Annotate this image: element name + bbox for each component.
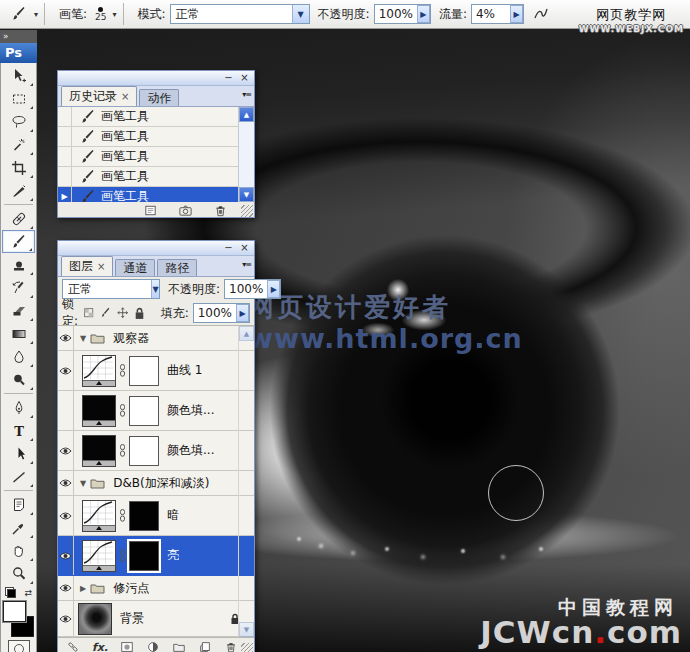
close-icon[interactable]: × — [238, 243, 251, 254]
layer-mask-thumbnail[interactable] — [129, 396, 159, 426]
current-tool-icon[interactable] — [6, 6, 32, 22]
background-thumbnail[interactable] — [78, 603, 112, 635]
new-document-from-state-icon[interactable] — [143, 203, 158, 218]
blend-mode-select[interactable]: 正常 ▼ — [170, 4, 310, 24]
tool-lasso[interactable] — [2, 110, 35, 133]
slider-arrow-icon[interactable]: ▶ — [236, 304, 249, 322]
layer-row-颜色填...[interactable]: 颜色填... — [58, 391, 254, 431]
layers-titlebar[interactable]: − × — [58, 241, 254, 256]
visibility-toggle[interactable] — [58, 431, 74, 470]
tool-line[interactable] — [2, 465, 35, 488]
tool-magic-wand[interactable] — [2, 133, 35, 156]
close-icon[interactable]: × — [238, 73, 251, 84]
tool-zoom[interactable] — [2, 562, 35, 585]
delete-layer-icon[interactable] — [224, 640, 238, 652]
resize-grip[interactable] — [241, 205, 253, 217]
history-state-row[interactable]: 画笔工具 — [58, 127, 254, 147]
history-source-cell[interactable] — [58, 127, 72, 146]
minimize-icon[interactable]: − — [222, 73, 235, 84]
tool-history-brush[interactable] — [2, 276, 35, 299]
history-state-row[interactable]: 画笔工具 — [58, 107, 254, 127]
curves-thumbnail[interactable] — [82, 540, 116, 572]
foreground-color-swatch[interactable] — [3, 601, 26, 622]
layer-mask-thumbnail[interactable] — [129, 541, 159, 571]
panel-menu-icon[interactable]: ▾≡ — [242, 90, 251, 99]
curves-thumbnail[interactable] — [82, 500, 116, 532]
tool-eraser[interactable] — [2, 299, 35, 322]
tool-preset-dropdown-icon[interactable]: ▾ — [34, 10, 38, 19]
tool-blur[interactable] — [2, 345, 35, 368]
layer-row-观察器[interactable]: ▼观察器 — [58, 326, 254, 351]
visibility-toggle[interactable] — [58, 601, 74, 636]
tool-notes[interactable] — [2, 493, 35, 516]
tool-hand[interactable] — [2, 539, 35, 562]
layer-row-曲线 1[interactable]: 曲线 1 — [58, 351, 254, 391]
layer-mask-thumbnail[interactable] — [129, 436, 159, 466]
tool-slice[interactable] — [2, 179, 35, 202]
resize-grip[interactable] — [241, 643, 253, 652]
airbrush-toggle[interactable] — [532, 6, 550, 22]
lock-all-icon[interactable] — [134, 307, 145, 320]
brush-dropdown-icon[interactable]: ▾ — [113, 10, 117, 19]
tab-close-icon[interactable]: × — [97, 261, 105, 272]
slider-arrow-icon[interactable]: ▶ — [267, 280, 280, 298]
history-source-cell[interactable] — [58, 147, 72, 166]
tool-type[interactable]: T — [2, 419, 35, 442]
tab-close-icon[interactable]: × — [121, 91, 129, 102]
tool-healing-brush[interactable] — [2, 207, 35, 230]
scroll-down-icon[interactable]: ▼ — [239, 187, 254, 202]
history-source-cell[interactable]: ▶ — [58, 187, 72, 202]
tool-pen[interactable] — [2, 396, 35, 419]
visibility-toggle[interactable] — [58, 536, 74, 575]
tool-path-select[interactable] — [2, 442, 35, 465]
visibility-toggle[interactable] — [58, 326, 74, 350]
quick-mask-button[interactable] — [8, 640, 30, 652]
layer-row-修污点[interactable]: ▶修污点 — [58, 576, 254, 601]
lock-pixels-icon[interactable] — [100, 307, 113, 320]
opacity-input[interactable]: 100% ▶ — [374, 4, 431, 24]
layer-mask-thumbnail[interactable] — [129, 501, 159, 531]
minimize-icon[interactable]: − — [222, 243, 235, 254]
fill-thumbnail[interactable] — [82, 395, 116, 427]
tool-dodge[interactable] — [2, 368, 35, 391]
history-scrollbar[interactable]: ▲ ▼ — [238, 107, 254, 202]
visibility-toggle[interactable] — [58, 351, 74, 390]
tool-clone-stamp[interactable] — [2, 253, 35, 276]
scroll-up-icon[interactable]: ▲ — [239, 107, 254, 122]
history-tab-历史记录[interactable]: 历史记录× — [61, 86, 137, 106]
layer-row-颜色填...[interactable]: 颜色填... — [58, 431, 254, 471]
expand-group-icon[interactable]: ▶ — [80, 584, 86, 593]
visibility-toggle[interactable] — [58, 576, 74, 600]
layer-fill-input[interactable]: 100% ▶ — [193, 303, 250, 323]
lock-position-icon[interactable] — [117, 307, 130, 320]
collapse-group-icon[interactable]: ▼ — [80, 479, 86, 488]
history-state-row[interactable]: 画笔工具 — [58, 147, 254, 167]
swap-colors-icon[interactable]: ⇄ — [24, 588, 32, 598]
panel-menu-icon[interactable]: ▾≡ — [242, 260, 251, 269]
new-group-icon[interactable] — [172, 640, 186, 652]
default-colors-icon[interactable] — [5, 587, 16, 598]
scroll-down-icon[interactable]: ▼ — [239, 622, 254, 637]
layer-mask-thumbnail[interactable] — [129, 356, 159, 386]
tool-gradient[interactable] — [2, 322, 35, 345]
history-state-row[interactable]: ▶画笔工具 — [58, 187, 254, 202]
layers-tab-通道[interactable]: 通道 — [115, 259, 155, 276]
chevron-down-icon[interactable]: ▼ — [292, 5, 309, 23]
visibility-toggle[interactable] — [58, 391, 74, 430]
history-source-cell[interactable] — [58, 167, 72, 186]
delete-state-icon[interactable] — [213, 203, 228, 218]
slider-arrow-icon[interactable]: ▶ — [510, 5, 523, 23]
add-layer-mask-icon[interactable] — [120, 640, 134, 652]
layer-style-icon[interactable]: fx. — [92, 641, 108, 652]
scroll-up-icon[interactable]: ▲ — [239, 326, 254, 341]
new-adjustment-layer-icon[interactable] — [146, 640, 160, 652]
visibility-toggle[interactable] — [58, 471, 74, 495]
flow-input[interactable]: 4% ▶ — [471, 4, 524, 24]
collapse-group-icon[interactable]: ▼ — [80, 334, 86, 343]
history-source-cell[interactable] — [58, 107, 72, 126]
layer-row-暗[interactable]: 暗 — [58, 496, 254, 536]
chevron-down-icon[interactable]: ▼ — [151, 280, 159, 298]
tool-move[interactable] — [2, 64, 35, 87]
new-layer-icon[interactable] — [198, 640, 212, 652]
history-tab-动作[interactable]: 动作 — [139, 89, 179, 106]
